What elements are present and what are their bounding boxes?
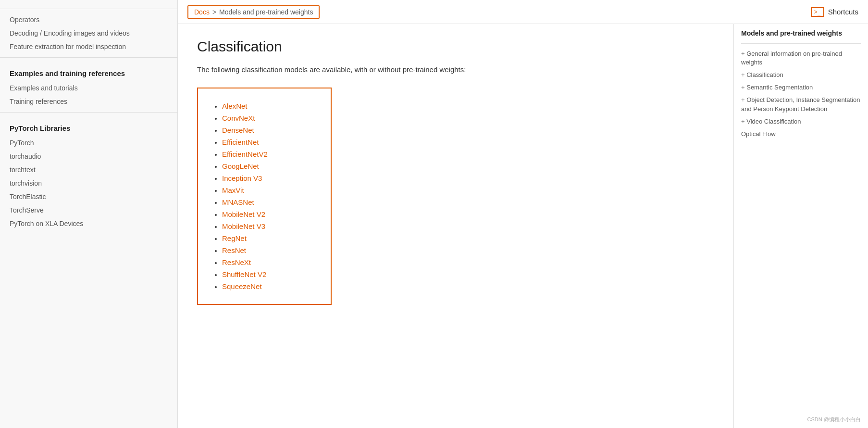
sidebar-item-pytorch[interactable]: PyTorch <box>0 136 177 150</box>
models-list-container: AlexNetConvNeXtDenseNetEfficientNetEffic… <box>197 88 332 305</box>
shortcuts-icon: >_ <box>811 7 824 17</box>
sidebar-item-torchaudio[interactable]: torchaudio <box>0 150 177 163</box>
sidebar-section-pytorch: PyTorch Libraries <box>0 116 177 136</box>
sidebar-section-examples: Examples and training references <box>0 62 177 81</box>
sidebar-item-torchserve[interactable]: TorchServe <box>0 203 177 217</box>
breadcrumb-separator: > <box>212 8 216 16</box>
model-link[interactable]: MaxVit <box>222 186 244 194</box>
main-content: Classification The following classificat… <box>178 24 733 428</box>
page-title: Classification <box>197 38 714 55</box>
sidebar-divider-top <box>0 9 177 9</box>
sidebar-item-pytorch-xla[interactable]: PyTorch on XLA Devices <box>0 217 177 230</box>
model-link[interactable]: MobileNet V3 <box>222 222 265 230</box>
model-link[interactable]: EfficientNet <box>222 138 259 146</box>
sidebar-item-decoding[interactable]: Decoding / Encoding images and videos <box>0 26 177 40</box>
model-list-item[interactable]: RegNet <box>222 234 316 242</box>
breadcrumb-docs-link[interactable]: Docs <box>194 8 210 16</box>
model-link[interactable]: MobileNet V2 <box>222 210 265 218</box>
topbar: Docs > Models and pre-trained weights >_… <box>178 0 868 24</box>
model-link[interactable]: DenseNet <box>222 126 254 134</box>
page-description: The following classification models are … <box>197 64 714 76</box>
model-list-item[interactable]: MaxVit <box>222 186 316 194</box>
toc-items: General information on pre-trained weigh… <box>741 48 861 141</box>
sidebar-divider-2 <box>0 112 177 113</box>
model-link[interactable]: GoogLeNet <box>222 162 259 170</box>
model-list-item[interactable]: GoogLeNet <box>222 162 316 170</box>
shortcuts-label: Shortcuts <box>828 8 858 16</box>
breadcrumb-current-page: Models and pre-trained weights <box>219 8 313 16</box>
table-of-contents: Models and pre-trained weights General i… <box>733 0 868 428</box>
model-link[interactable]: AlexNet <box>222 102 248 110</box>
model-list-item[interactable]: ConvNeXt <box>222 114 316 122</box>
sidebar-item-feature-extraction[interactable]: Feature extraction for model inspection <box>0 40 177 53</box>
toc-item[interactable]: Optical Flow <box>741 128 861 140</box>
model-link[interactable]: SqueezeNet <box>222 282 262 290</box>
sidebar-item-torchelastic[interactable]: TorchElastic <box>0 190 177 203</box>
breadcrumb: Docs > Models and pre-trained weights <box>187 5 320 19</box>
toc-title: Models and pre-trained weights <box>741 29 861 38</box>
model-link[interactable]: MNASNet <box>222 198 254 206</box>
toc-item[interactable]: Classification <box>741 69 861 81</box>
model-list-item[interactable]: MNASNet <box>222 198 316 206</box>
sidebar-item-torchvision[interactable]: torchvision <box>0 176 177 190</box>
models-list: AlexNetConvNeXtDenseNetEfficientNetEffic… <box>212 102 316 290</box>
sidebar-item-torchtext[interactable]: torchtext <box>0 163 177 176</box>
sidebar-divider-1 <box>0 57 177 58</box>
model-list-item[interactable]: EfficientNet <box>222 138 316 146</box>
model-list-item[interactable]: EfficientNetV2 <box>222 150 316 158</box>
sidebar-item-examples-tutorials[interactable]: Examples and tutorials <box>0 81 177 95</box>
model-list-item[interactable]: ResNet <box>222 246 316 254</box>
sidebar-item-training-references[interactable]: Training references <box>0 95 177 108</box>
sidebar: Operators Decoding / Encoding images and… <box>0 0 178 428</box>
model-link[interactable]: EfficientNetV2 <box>222 150 268 158</box>
model-link[interactable]: ResNeXt <box>222 258 251 266</box>
toc-item[interactable]: Video Classification <box>741 115 861 128</box>
model-list-item[interactable]: MobileNet V2 <box>222 210 316 218</box>
model-list-item[interactable]: ShuffleNet V2 <box>222 270 316 278</box>
sidebar-item-operators[interactable]: Operators <box>0 13 177 26</box>
model-link[interactable]: ConvNeXt <box>222 114 255 122</box>
model-link[interactable]: ResNet <box>222 246 246 254</box>
model-list-item[interactable]: SqueezeNet <box>222 282 316 290</box>
toc-divider <box>741 43 861 44</box>
toc-item[interactable]: General information on pre-trained weigh… <box>741 48 861 69</box>
model-list-item[interactable]: DenseNet <box>222 126 316 134</box>
toc-item[interactable]: Object Detection, Instance Segmentation … <box>741 94 861 115</box>
toc-item[interactable]: Semantic Segmentation <box>741 81 861 94</box>
model-link[interactable]: Inception V3 <box>222 174 262 182</box>
model-list-item[interactable]: ResNeXt <box>222 258 316 266</box>
model-link[interactable]: ShuffleNet V2 <box>222 270 266 278</box>
shortcuts-area[interactable]: >_ Shortcuts <box>811 7 858 17</box>
model-list-item[interactable]: MobileNet V3 <box>222 222 316 230</box>
watermark: CSDN @编程小小白白 <box>807 416 861 423</box>
model-link[interactable]: RegNet <box>222 234 247 242</box>
model-list-item[interactable]: Inception V3 <box>222 174 316 182</box>
model-list-item[interactable]: AlexNet <box>222 102 316 110</box>
